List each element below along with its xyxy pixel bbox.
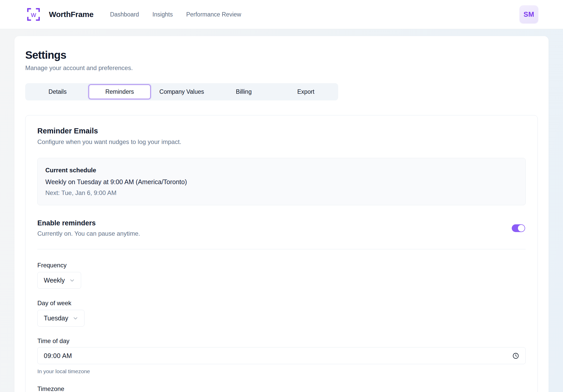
worthframe-logo-icon: w (26, 7, 41, 22)
day-of-week-label: Day of week (37, 300, 526, 307)
tab-details[interactable]: Details (27, 84, 89, 99)
top-navbar: w WorthFrame Dashboard Insights Performa… (0, 0, 563, 29)
tab-reminders[interactable]: Reminders (89, 84, 151, 99)
enable-reminders-row: Enable reminders Currently on. You can p… (37, 219, 526, 237)
section-divider (37, 249, 526, 249)
day-of-week-select[interactable]: Tuesday (37, 310, 84, 327)
nav-link-performance-review[interactable]: Performance Review (186, 11, 241, 18)
nav-link-insights[interactable]: Insights (152, 11, 173, 18)
reminder-emails-card: Reminder Emails Configure when you want … (25, 115, 538, 392)
enable-reminders-description: Currently on. You can pause anytime. (37, 230, 512, 237)
time-of-day-field: Time of day 09:00 AM In your local timez… (37, 337, 526, 374)
tab-billing[interactable]: Billing (213, 84, 275, 99)
schedule-label: Current schedule (45, 167, 518, 174)
current-schedule-box: Current schedule Weekly on Tuesday at 9:… (37, 158, 526, 205)
toggle-knob (518, 225, 525, 232)
nav-link-dashboard[interactable]: Dashboard (110, 11, 139, 18)
time-of-day-input[interactable]: 09:00 AM (37, 347, 526, 364)
brand-name: WorthFrame (49, 10, 93, 19)
frequency-field: Frequency Weekly (37, 262, 526, 289)
timezone-label: Timezone (37, 385, 526, 392)
time-of-day-value: 09:00 AM (44, 352, 512, 360)
chevron-down-icon (69, 277, 75, 284)
frequency-select[interactable]: Weekly (37, 272, 81, 289)
schedule-next-run: Next: Tue, Jan 6, 9:00 AM (45, 190, 518, 196)
tab-export[interactable]: Export (275, 84, 337, 99)
tab-company-values[interactable]: Company Values (151, 84, 213, 99)
settings-tabbar: Details Reminders Company Values Billing… (25, 83, 338, 100)
time-of-day-hint: In your local timezone (37, 368, 526, 374)
card-subtitle: Configure when you want nudges to log yo… (37, 138, 526, 146)
time-of-day-label: Time of day (37, 337, 526, 345)
frequency-label: Frequency (37, 262, 526, 269)
frequency-value: Weekly (44, 277, 65, 284)
day-of-week-value: Tuesday (44, 314, 68, 322)
page-title: Settings (25, 49, 538, 61)
day-of-week-field: Day of week Tuesday (37, 300, 526, 327)
primary-nav: Dashboard Insights Performance Review (110, 11, 241, 18)
card-title: Reminder Emails (37, 127, 526, 135)
timezone-field: Timezone (37, 385, 526, 392)
logo-letter: w (26, 7, 41, 22)
schedule-summary: Weekly on Tuesday at 9:00 AM (America/To… (45, 178, 518, 185)
page-subtitle: Manage your account and preferences. (25, 64, 538, 72)
settings-panel: Settings Manage your account and prefere… (14, 36, 549, 392)
enable-reminders-toggle[interactable] (512, 224, 525, 232)
clock-icon[interactable] (512, 352, 519, 359)
enable-reminders-label: Enable reminders (37, 219, 512, 227)
chevron-down-icon (72, 315, 79, 321)
user-avatar[interactable]: SM (519, 5, 538, 23)
